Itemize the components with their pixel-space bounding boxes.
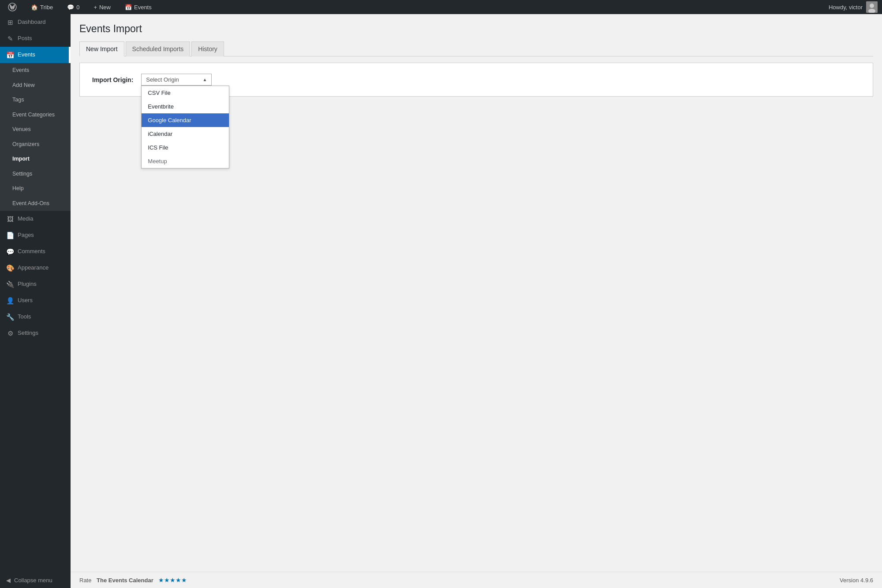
events-icon: 📅: [6, 50, 14, 60]
events-submenu: Events Add New Tags Event Categories Ven…: [0, 63, 71, 211]
admin-bar: 🏠 Tribe 💬 0 + New 📅 Events Howdy, victor: [0, 0, 882, 14]
sidebar-item-pages[interactable]: 📄 Pages: [0, 227, 71, 243]
sidebar-item-dashboard[interactable]: ⊞ Dashboard: [0, 14, 71, 30]
tab-bar: New Import Scheduled Imports History: [79, 41, 873, 56]
comments-icon: 💬: [67, 4, 74, 11]
posts-icon: ✎: [6, 34, 14, 43]
home-icon: 🏠: [31, 4, 38, 11]
sidebar-item-plugins[interactable]: 🔌 Plugins: [0, 276, 71, 292]
svg-point-3: [11, 6, 13, 8]
appearance-icon: 🎨: [6, 263, 14, 273]
sidebar-item-events[interactable]: 📅 Events: [0, 47, 71, 63]
sidebar-item-media[interactable]: 🖼 Media: [0, 211, 71, 227]
tab-history[interactable]: History: [191, 41, 224, 56]
sidebar-item-users[interactable]: 👤 Users: [0, 292, 71, 309]
sidebar-item-venues[interactable]: Venues: [0, 122, 71, 137]
users-icon: 👤: [6, 296, 14, 305]
star-rating[interactable]: ★★★★★: [158, 577, 187, 584]
site-name[interactable]: 🏠 Tribe: [27, 0, 56, 14]
import-panel: Import Origin: Select Origin ▲ CSV File …: [79, 63, 873, 97]
svg-point-5: [870, 4, 874, 8]
version-text: Version 4.9.6: [840, 577, 873, 584]
dropdown-item-ics-file[interactable]: ICS File: [142, 141, 229, 154]
plugins-icon: 🔌: [6, 280, 14, 289]
media-icon: 🖼: [6, 214, 14, 224]
dashboard-icon: ⊞: [6, 18, 14, 27]
new-content[interactable]: + New: [90, 0, 114, 14]
events-adminbar[interactable]: 📅 Events: [121, 0, 155, 14]
tab-scheduled-imports[interactable]: Scheduled Imports: [126, 41, 191, 56]
sidebar-item-tags[interactable]: Tags: [0, 93, 71, 108]
sidebar-item-organizers[interactable]: Organizers: [0, 137, 71, 152]
sidebar-item-settings[interactable]: ⚙ Settings: [0, 325, 71, 341]
main-content: Events Import New Import Scheduled Impor…: [71, 14, 882, 588]
collapse-icon: ◀: [6, 577, 11, 584]
settings-icon: ⚙: [6, 329, 14, 338]
sidebar-item-settings-sub[interactable]: Settings: [0, 167, 71, 182]
sidebar-item-event-categories[interactable]: Event Categories: [0, 108, 71, 123]
origin-dropdown: CSV File Eventbrite Google Calendar iCal…: [141, 86, 229, 169]
sidebar-item-tools[interactable]: 🔧 Tools: [0, 309, 71, 325]
sidebar-item-event-addons[interactable]: Event Add-Ons: [0, 196, 71, 211]
dropdown-item-csv[interactable]: CSV File: [142, 86, 229, 100]
dropdown-item-meetup[interactable]: Meetup: [142, 154, 229, 168]
dropdown-item-eventbrite[interactable]: Eventbrite: [142, 100, 229, 113]
sidebar-item-appearance[interactable]: 🎨 Appearance: [0, 260, 71, 276]
wp-logo[interactable]: [4, 0, 20, 14]
howdy-text: Howdy, victor: [829, 4, 863, 11]
product-name: The Events Calendar: [97, 577, 153, 584]
chevron-up-icon: ▲: [202, 77, 207, 82]
tools-icon: 🔧: [6, 312, 14, 322]
plus-icon: +: [93, 4, 97, 11]
sidebar-item-comments[interactable]: 💬 Comments: [0, 243, 71, 260]
rate-text: Rate: [79, 577, 91, 584]
dropdown-item-google-calendar[interactable]: Google Calendar: [142, 113, 229, 127]
select-origin-trigger[interactable]: Select Origin ▲: [141, 74, 212, 86]
select-origin-wrapper: Select Origin ▲ CSV File Eventbrite Goog…: [141, 74, 212, 86]
comments-link[interactable]: 💬 0: [64, 0, 83, 14]
tab-new-import[interactable]: New Import: [79, 41, 124, 56]
wp-footer: Rate The Events Calendar ★★★★★ Version 4…: [71, 572, 882, 588]
sidebar-item-import[interactable]: Import: [0, 152, 71, 167]
import-origin-label: Import Origin:: [92, 76, 133, 83]
dropdown-item-icalendar[interactable]: iCalendar: [142, 127, 229, 141]
page-title: Events Import: [79, 23, 873, 35]
user-avatar[interactable]: [866, 1, 878, 13]
sidebar-item-help[interactable]: Help: [0, 181, 71, 196]
comments-menu-icon: 💬: [6, 247, 14, 256]
footer-rate: Rate The Events Calendar ★★★★★: [79, 577, 187, 584]
calendar-icon: 📅: [125, 4, 132, 11]
sidebar-item-posts[interactable]: ✎ Posts: [0, 30, 71, 47]
admin-menu: ⊞ Dashboard ✎ Posts 📅 Events Events Add …: [0, 14, 71, 588]
collapse-menu-button[interactable]: ◀ Collapse menu: [0, 573, 71, 588]
pages-icon: 📄: [6, 231, 14, 240]
sidebar-item-add-new[interactable]: Add New: [0, 78, 71, 93]
sidebar-item-events-sub[interactable]: Events: [0, 63, 71, 78]
select-origin-value: Select Origin: [146, 76, 179, 83]
